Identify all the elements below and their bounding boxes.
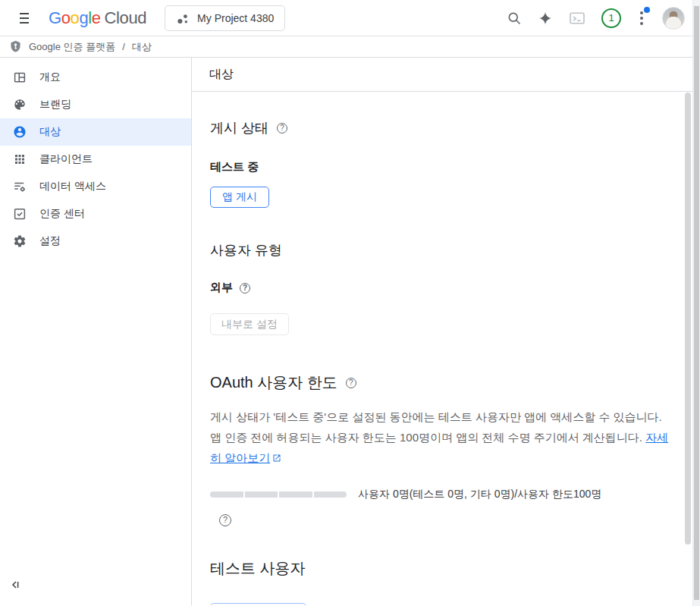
data-access-icon bbox=[13, 180, 27, 193]
breadcrumb-separator: / bbox=[122, 41, 125, 52]
notification-dot bbox=[644, 7, 650, 13]
user-avatar[interactable] bbox=[662, 7, 685, 30]
oauth-user-cap-heading: OAuth 사용자 한도 ? bbox=[210, 372, 682, 393]
project-selector[interactable]: My Project 4380 bbox=[165, 5, 285, 31]
sidebar-item-settings[interactable]: 설정 bbox=[0, 228, 191, 255]
verification-icon bbox=[13, 207, 27, 221]
user-cap-usage-text: 사용자 0명(테스트 0명, 기타 0명)/사용자 한도100명 bbox=[358, 488, 601, 501]
breadcrumb: Google 인증 플랫폼 / 대상 bbox=[0, 36, 700, 58]
sidebar-nav: 개요 브랜딩 대상 클라이언트 bbox=[0, 58, 192, 605]
window-scrollbar[interactable] bbox=[692, 0, 700, 606]
project-name: My Project 4380 bbox=[197, 12, 274, 24]
oauth-user-cap-description: 게시 상태가 '테스트 중'으로 설정된 동안에는 테스트 사용자만 앱에 액세… bbox=[210, 407, 676, 468]
overview-icon bbox=[13, 71, 27, 84]
notification-badge[interactable]: 1 bbox=[601, 8, 621, 28]
sidebar-item-label: 설정 bbox=[39, 234, 61, 248]
palette-icon bbox=[13, 98, 27, 111]
sidebar-item-label: 개요 bbox=[39, 71, 61, 84]
main-content: 대상 게시 상태 ? 테스트 중 앱 게시 사용자 유형 외부 ? 내부로 설정 bbox=[192, 58, 700, 605]
content-scrollbar-thumb[interactable] bbox=[685, 93, 691, 545]
help-icon[interactable]: ? bbox=[277, 123, 287, 133]
more-options-icon[interactable] bbox=[637, 10, 646, 27]
sidebar-item-label: 브랜딩 bbox=[39, 98, 71, 111]
add-users-button[interactable]: Add users bbox=[210, 603, 306, 606]
project-icon bbox=[176, 11, 190, 25]
topbar-actions: 1 bbox=[507, 7, 700, 30]
sidebar-item-verification-center[interactable]: 인증 센터 bbox=[0, 200, 191, 228]
sidebar-item-data-access[interactable]: 데이터 액세스 bbox=[0, 173, 191, 200]
help-icon[interactable]: ? bbox=[240, 283, 250, 294]
breadcrumb-product[interactable]: Google 인증 플랫폼 bbox=[29, 40, 115, 54]
publishing-status-value: 테스트 중 bbox=[210, 160, 682, 174]
publish-app-button[interactable]: 앱 게시 bbox=[210, 187, 269, 208]
sidebar-item-clients[interactable]: 클라이언트 bbox=[0, 146, 191, 173]
cloud-wordmark: Cloud bbox=[105, 8, 146, 28]
sidebar-item-audience[interactable]: 대상 bbox=[0, 118, 191, 146]
sidebar-item-label: 인증 센터 bbox=[39, 207, 85, 221]
hamburger-menu-icon[interactable] bbox=[17, 10, 32, 27]
publishing-status-heading: 게시 상태 ? bbox=[210, 119, 682, 137]
sidebar-item-branding[interactable]: 브랜딩 bbox=[0, 91, 191, 118]
google-logo-wordmark: Google bbox=[49, 8, 101, 28]
test-users-heading: 테스트 사용자 bbox=[210, 558, 682, 579]
user-cap-progress-bar bbox=[210, 491, 347, 498]
sidebar-item-overview[interactable]: 개요 bbox=[0, 64, 191, 91]
sidebar-item-label: 데이터 액세스 bbox=[39, 180, 106, 193]
google-cloud-logo[interactable]: Google Cloud bbox=[49, 8, 146, 28]
sidebar-item-label: 대상 bbox=[39, 125, 61, 139]
audience-icon bbox=[13, 125, 27, 139]
window-scrollbar-thumb[interactable] bbox=[694, 6, 699, 600]
apps-grid-icon bbox=[13, 152, 27, 166]
user-cap-usage-row: 사용자 0명(테스트 0명, 기타 0명)/사용자 한도100명 bbox=[210, 488, 682, 501]
top-app-bar: Google Cloud My Project 4380 bbox=[0, 0, 700, 36]
help-icon[interactable]: ? bbox=[346, 378, 356, 388]
breadcrumb-current-page: 대상 bbox=[132, 40, 152, 54]
help-icon[interactable]: ? bbox=[219, 514, 231, 526]
external-link-icon bbox=[272, 454, 281, 463]
sidebar-collapse-icon[interactable] bbox=[8, 576, 24, 596]
sidebar-item-label: 클라이언트 bbox=[39, 152, 93, 166]
auth-platform-shield-icon bbox=[9, 40, 22, 53]
page-title: 대상 bbox=[192, 58, 700, 92]
set-internal-button: 내부로 설정 bbox=[210, 313, 289, 335]
user-type-value: 외부 ? bbox=[210, 281, 682, 295]
gemini-icon[interactable] bbox=[538, 11, 553, 26]
settings-gear-icon bbox=[13, 234, 27, 248]
user-type-heading: 사용자 유형 bbox=[210, 241, 682, 259]
search-icon[interactable] bbox=[507, 11, 522, 26]
cloud-shell-icon[interactable] bbox=[569, 11, 585, 25]
